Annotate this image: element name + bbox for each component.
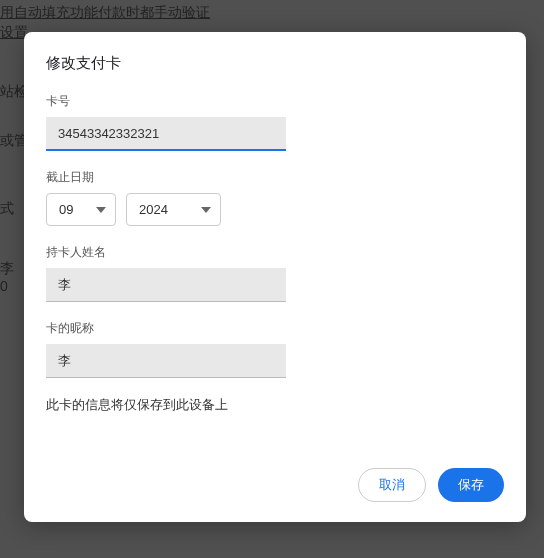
expiry-label: 截止日期 (46, 169, 504, 186)
expiry-year-value: 2024 (139, 202, 168, 217)
bg-text: 李 (0, 260, 14, 278)
cancel-button[interactable]: 取消 (358, 468, 426, 502)
card-number-label: 卡号 (46, 93, 504, 110)
nickname-input[interactable] (46, 344, 286, 378)
dialog-actions: 取消 保存 (358, 468, 504, 502)
expiry-group: 截止日期 09 2024 (46, 169, 504, 226)
dialog-title: 修改支付卡 (46, 54, 504, 73)
expiry-month-select[interactable]: 09 (46, 193, 116, 226)
device-only-info: 此卡的信息将仅保存到此设备上 (46, 396, 504, 414)
edit-payment-card-dialog: 修改支付卡 卡号 截止日期 09 2024 (24, 32, 526, 522)
card-number-input[interactable] (46, 117, 286, 151)
nickname-label: 卡的昵称 (46, 320, 504, 337)
expiry-year-select[interactable]: 2024 (126, 193, 221, 226)
cardholder-label: 持卡人姓名 (46, 244, 504, 261)
nickname-group: 卡的昵称 (46, 320, 504, 378)
bg-text: 用自动填充功能付款时都手动验证 (0, 4, 210, 22)
save-button[interactable]: 保存 (438, 468, 504, 502)
bg-text: 0 (0, 278, 8, 294)
expiry-month-value: 09 (59, 202, 73, 217)
cardholder-group: 持卡人姓名 (46, 244, 504, 302)
cardholder-input[interactable] (46, 268, 286, 302)
card-number-group: 卡号 (46, 93, 504, 151)
bg-text: 式 (0, 200, 14, 218)
